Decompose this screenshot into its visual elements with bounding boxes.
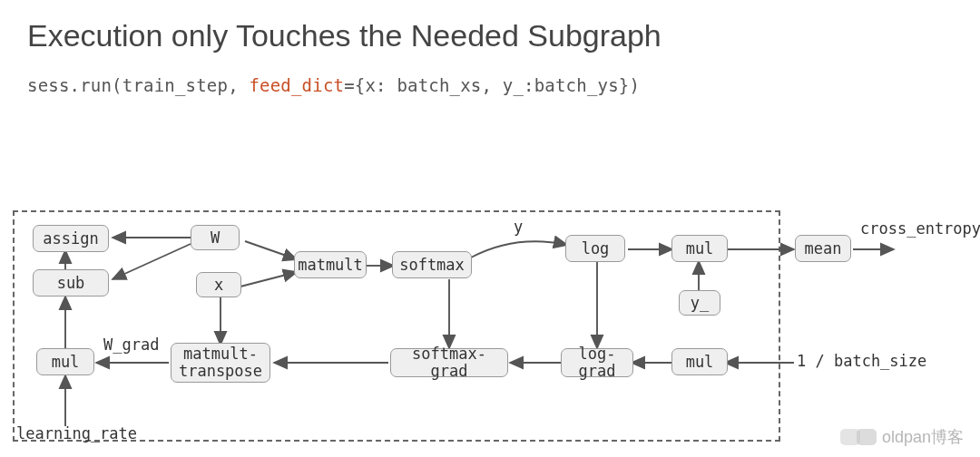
code-line: sess.run(train_step, feed_dict={x: batch… xyxy=(27,75,953,95)
node-log: log xyxy=(565,235,625,262)
watermark-text: oldpan博客 xyxy=(882,426,964,448)
label-cross_entropy: cross_entropy xyxy=(860,219,980,238)
code-keyword: feed_dict xyxy=(249,75,344,95)
node-matmult-transpose: matmult- transpose xyxy=(171,343,270,383)
watermark: oldpan博客 xyxy=(840,426,964,448)
node-y_: y_ xyxy=(679,290,720,316)
node-mul-left: mul xyxy=(36,348,94,375)
node-softmax-grad: softmax-grad xyxy=(390,348,508,377)
code-prefix: sess.run(train_step, xyxy=(27,75,249,95)
label-learning_rate: learning_rate xyxy=(16,424,137,442)
label-batch: 1 / batch_size xyxy=(797,352,926,370)
slide-title: Execution only Touches the Needed Subgra… xyxy=(27,18,953,53)
node-W: W xyxy=(191,225,240,250)
computation-graph: assign sub mul W x matmult matmult- tran… xyxy=(0,207,980,457)
node-x: x xyxy=(196,272,241,297)
node-sub: sub xyxy=(33,269,109,297)
node-mul-bottom: mul xyxy=(671,348,728,375)
label-y: y xyxy=(514,218,523,236)
code-suffix: ={x: batch_xs, y_:batch_ys}) xyxy=(344,75,640,95)
node-mul-top: mul xyxy=(671,235,728,262)
node-assign: assign xyxy=(33,225,109,252)
label-W_grad: W_grad xyxy=(103,335,159,354)
node-softmax: softmax xyxy=(392,251,472,278)
chat-icon xyxy=(857,429,877,445)
subgraph-boundary xyxy=(13,210,780,442)
node-mean: mean xyxy=(795,235,851,262)
node-matmult: matmult xyxy=(294,251,367,278)
node-log-grad: log-grad xyxy=(561,348,633,377)
